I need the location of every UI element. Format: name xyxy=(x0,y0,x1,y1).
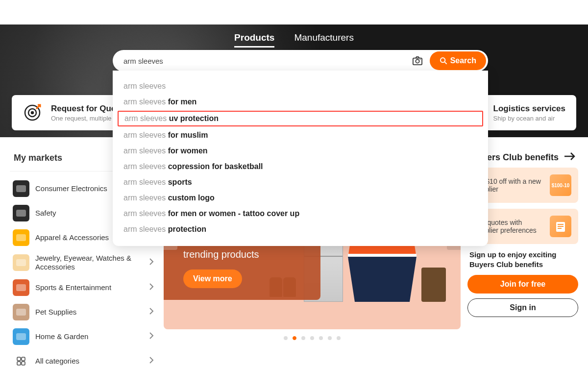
svg-rect-10 xyxy=(22,357,25,361)
suggestion-item[interactable]: arm sleeves for muslim xyxy=(113,127,488,143)
logistics-title: Logistics services xyxy=(493,104,565,114)
category-item[interactable]: Jewelry, Eyewear, Watches & Accessories xyxy=(10,250,157,275)
suggestion-item[interactable]: arm sleeves sports xyxy=(113,174,488,190)
category-label: All categories xyxy=(35,357,149,366)
carousel-dots xyxy=(164,336,461,340)
search-button[interactable]: Search xyxy=(430,51,486,70)
suggestion-item[interactable]: arm sleeves xyxy=(113,78,488,94)
search-bar: Search xyxy=(113,50,488,72)
category-item[interactable]: All categories xyxy=(10,349,157,373)
image-search-icon[interactable] xyxy=(412,56,423,66)
logistics-section[interactable]: Logistics services Ship by ocean and air xyxy=(493,104,565,122)
target-icon xyxy=(23,103,42,122)
suggestion-item[interactable]: arm sleeves custom logo xyxy=(113,190,488,206)
category-item[interactable]: Home & Garden xyxy=(10,324,157,349)
category-item[interactable]: Sports & Entertainment xyxy=(10,275,157,300)
search-container: Search arm sleevesarm sleeves for menarm… xyxy=(113,50,488,246)
carousel-dot[interactable] xyxy=(301,336,305,340)
category-icon xyxy=(13,205,29,221)
category-label: Pet Supplies xyxy=(35,308,149,317)
tab-manufacturers[interactable]: Manufacturers xyxy=(294,32,353,48)
carousel-dot[interactable] xyxy=(328,336,332,340)
category-icon xyxy=(13,180,29,197)
search-tabs: Products Manufacturers xyxy=(0,32,588,48)
suggestion-item[interactable]: arm sleeves protection xyxy=(113,221,488,237)
search-button-label: Search xyxy=(450,56,476,65)
signup-prompt: Sign up to enjoy exciting Buyers Club be… xyxy=(469,250,578,269)
category-label: Home & Garden xyxy=(35,332,149,341)
category-icon xyxy=(13,328,29,345)
signin-button[interactable]: Sign in xyxy=(467,298,578,317)
category-icon xyxy=(13,254,29,271)
product-bag xyxy=(421,268,446,302)
join-button[interactable]: Join for free xyxy=(467,275,578,294)
svg-point-2 xyxy=(419,59,420,60)
carousel-dot[interactable] xyxy=(310,336,314,340)
svg-rect-12 xyxy=(22,362,25,365)
carousel-dot[interactable] xyxy=(337,336,341,340)
suggestion-item[interactable]: arm sleeves for men or women - tattoo co… xyxy=(113,206,488,221)
category-label: Jewelry, Eyewear, Watches & Accessories xyxy=(35,254,149,271)
category-icon xyxy=(13,279,29,296)
category-icon xyxy=(13,353,29,369)
chevron-right-icon xyxy=(149,283,154,293)
svg-line-4 xyxy=(444,62,446,64)
coupon-icon: $100-10 xyxy=(550,174,571,196)
category-item[interactable]: Pet Supplies xyxy=(10,300,157,324)
tab-products[interactable]: Products xyxy=(234,32,274,48)
search-suggestions: arm sleevesarm sleeves for menarm sleeve… xyxy=(113,71,488,246)
carousel-dot[interactable] xyxy=(293,336,296,340)
arrow-right-icon xyxy=(564,152,576,163)
suggestion-item[interactable]: arm sleeves uv protection xyxy=(118,111,483,126)
category-label: Sports & Entertainment xyxy=(35,283,149,292)
search-input[interactable] xyxy=(123,57,412,65)
view-more-button[interactable]: View more xyxy=(183,270,242,288)
svg-rect-11 xyxy=(17,362,21,365)
logistics-subtitle: Ship by ocean and air xyxy=(493,115,565,122)
carousel-dot[interactable] xyxy=(284,336,288,340)
chevron-right-icon xyxy=(149,356,154,366)
svg-rect-9 xyxy=(17,357,21,361)
suggestion-item[interactable]: arm sleeves for women xyxy=(113,143,488,159)
svg-point-7 xyxy=(31,112,33,114)
chevron-right-icon xyxy=(149,258,154,268)
chevron-right-icon xyxy=(149,307,154,317)
chevron-right-icon xyxy=(149,332,154,342)
suggestion-item[interactable]: arm sleeves copression for basketball xyxy=(113,159,488,174)
svg-point-3 xyxy=(441,58,445,62)
category-icon xyxy=(13,304,29,320)
notepad-icon xyxy=(550,216,571,237)
suggestion-item[interactable]: arm sleeves for men xyxy=(113,94,488,110)
carousel-dot[interactable] xyxy=(319,336,323,340)
category-icon xyxy=(13,229,29,246)
svg-point-1 xyxy=(416,59,419,63)
